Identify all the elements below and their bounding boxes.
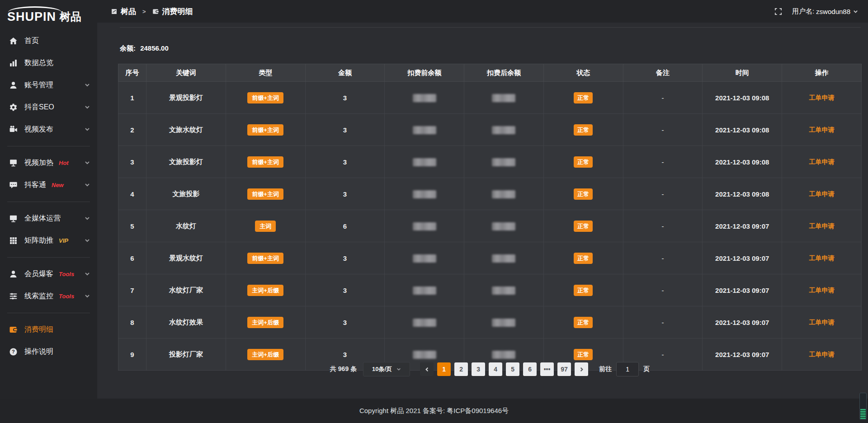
- page-button-6[interactable]: 6: [523, 362, 537, 376]
- column-header: 扣费后余额: [464, 64, 544, 82]
- masked-balance-after: [492, 319, 515, 327]
- masked-balance-after: [492, 158, 515, 166]
- sidebar-divider: [7, 313, 90, 313]
- type-badge: 前缀+主词: [247, 124, 283, 136]
- prev-page-button[interactable]: [420, 362, 434, 376]
- cell-amount: 3: [305, 274, 385, 306]
- page-ellipsis[interactable]: •••: [540, 362, 554, 376]
- goto-page-input[interactable]: [616, 362, 639, 376]
- sidebar-item-video-heat[interactable]: 视频加热Hot: [0, 152, 97, 174]
- page-button-5[interactable]: 5: [506, 362, 519, 376]
- cell-balance-after: [464, 82, 544, 114]
- next-page-button[interactable]: [575, 362, 588, 376]
- chevron-down-icon: [85, 292, 90, 301]
- page-size-select[interactable]: 10条/页: [363, 362, 410, 376]
- chevron-down-icon: [85, 159, 90, 167]
- table-body: 1景观投影灯前缀+主词3正常-2021-12-03 09:08工单申请2文旅水纹…: [118, 82, 862, 371]
- masked-balance-before: [413, 126, 436, 134]
- cell-status: 正常: [543, 210, 623, 242]
- sidebar-item-consume-detail[interactable]: 消费明细: [0, 319, 97, 341]
- sidebar-item-label: 消费明细: [24, 325, 53, 334]
- sidebar-item-operation-guide[interactable]: ?操作说明: [0, 341, 97, 363]
- balance-value: 24856.00: [140, 44, 169, 52]
- page-button-2[interactable]: 2: [454, 362, 468, 376]
- sidebar-item-badge: Tools: [59, 271, 74, 277]
- cell-type: 前缀+主词: [226, 114, 305, 146]
- table-row: 2文旅水纹灯前缀+主词3正常-2021-12-03 09:08工单申请: [118, 114, 862, 146]
- svg-text:?: ?: [12, 349, 15, 354]
- sidebar-item-label: 线索监控: [24, 291, 53, 301]
- sidebar-menu: 首页数据总览账号管理抖音SEO视频发布视频加热Hot抖客通New全媒体运营矩阵助…: [0, 30, 97, 363]
- cell-action: 工单申请: [782, 178, 862, 210]
- balance-label: 余额:: [120, 44, 136, 52]
- breadcrumb-item-consume-detail[interactable]: 消费明细: [152, 6, 193, 17]
- work-order-link[interactable]: 工单申请: [809, 287, 835, 294]
- cell-action: 工单申请: [782, 210, 862, 242]
- work-order-link[interactable]: 工单申请: [809, 158, 835, 165]
- sidebar-item-account-manage[interactable]: 账号管理: [0, 74, 97, 96]
- sidebar-item-douketong[interactable]: 抖客通New: [0, 174, 97, 196]
- breadcrumb-separator: >: [142, 8, 146, 15]
- work-order-link[interactable]: 工单申请: [809, 222, 835, 230]
- sidebar-item-douyin-seo[interactable]: 抖音SEO: [0, 96, 97, 118]
- page-buttons: 123456•••97: [435, 362, 573, 376]
- cell-index: 7: [118, 274, 146, 306]
- cell-remark: -: [623, 146, 703, 178]
- user-menu[interactable]: 用户名: zswodun88: [792, 7, 858, 16]
- cell-status: 正常: [543, 242, 623, 274]
- table-row: 7水纹灯厂家主词+后缀3正常-2021-12-03 09:07工单申请: [118, 274, 862, 306]
- work-order-link[interactable]: 工单申请: [809, 319, 835, 326]
- sidebar-item-clue-monitor[interactable]: 线索监控Tools: [0, 285, 97, 307]
- cell-type: 主词+后缀: [226, 274, 305, 306]
- chart-icon: [9, 59, 18, 67]
- header-right: 用户名: zswodun88: [774, 7, 858, 16]
- page-button-3[interactable]: 3: [472, 362, 485, 376]
- sidebar-item-video-publish[interactable]: 视频发布: [0, 118, 97, 141]
- sidebar-item-label: 矩阵助推: [24, 236, 53, 245]
- sliders-icon: [9, 292, 18, 301]
- work-order-link[interactable]: 工单申请: [809, 126, 835, 133]
- sidebar-item-matrix-boost[interactable]: 矩阵助推VIP: [0, 230, 97, 252]
- sidebar-item-home[interactable]: 首页: [0, 30, 97, 52]
- cell-type: 主词+后缀: [226, 306, 305, 338]
- wallet-icon: [9, 325, 18, 334]
- sidebar-divider: [7, 202, 90, 202]
- status-badge: 正常: [574, 124, 593, 136]
- floating-widget[interactable]: [859, 393, 867, 420]
- sidebar-item-media-operation[interactable]: 全媒体运营: [0, 207, 97, 230]
- cell-status: 正常: [543, 306, 623, 338]
- fullscreen-icon[interactable]: [774, 8, 782, 15]
- masked-balance-before: [413, 190, 436, 198]
- cell-keyword: 水纹灯厂家: [146, 274, 226, 306]
- sidebar-item-label: 抖客通: [24, 180, 46, 190]
- cell-remark: -: [623, 178, 703, 210]
- work-order-link[interactable]: 工单申请: [809, 254, 835, 262]
- sidebar-item-badge: VIP: [59, 237, 68, 244]
- cell-index: 5: [118, 210, 146, 242]
- type-badge: 主词+后缀: [247, 285, 283, 296]
- table-header-row: 序号关键词类型金额扣费前余额扣费后余额状态备注时间操作: [118, 64, 862, 82]
- sidebar-item-label: 视频加热: [24, 158, 53, 168]
- cell-balance-after: [464, 306, 544, 338]
- home-icon: [9, 37, 18, 45]
- cell-balance-after: [464, 146, 544, 178]
- cell-index: 3: [118, 146, 146, 178]
- page-button-1[interactable]: 1: [437, 362, 451, 376]
- masked-balance-before: [413, 319, 436, 327]
- cell-index: 1: [118, 82, 146, 114]
- breadcrumb-item-shupin[interactable]: 树品: [111, 6, 136, 17]
- cell-status: 正常: [543, 82, 623, 114]
- work-order-link[interactable]: 工单申请: [809, 190, 835, 197]
- work-order-link[interactable]: 工单申请: [809, 351, 835, 358]
- cell-balance-before: [385, 210, 464, 242]
- page-button-4[interactable]: 4: [489, 362, 502, 376]
- sidebar-item-data-overview[interactable]: 数据总览: [0, 52, 97, 74]
- pagination: 共 969 条 10条/页 123456•••97 前往 页: [118, 362, 862, 376]
- column-header: 关键词: [146, 64, 226, 82]
- status-badge: 正常: [574, 285, 593, 296]
- app-icon: [111, 8, 118, 15]
- page-button-97[interactable]: 97: [557, 362, 571, 376]
- sidebar-item-member-baoke[interactable]: 会员爆客Tools: [0, 263, 97, 285]
- work-order-link[interactable]: 工单申请: [809, 94, 835, 101]
- cell-time: 2021-12-03 09:07: [703, 274, 782, 306]
